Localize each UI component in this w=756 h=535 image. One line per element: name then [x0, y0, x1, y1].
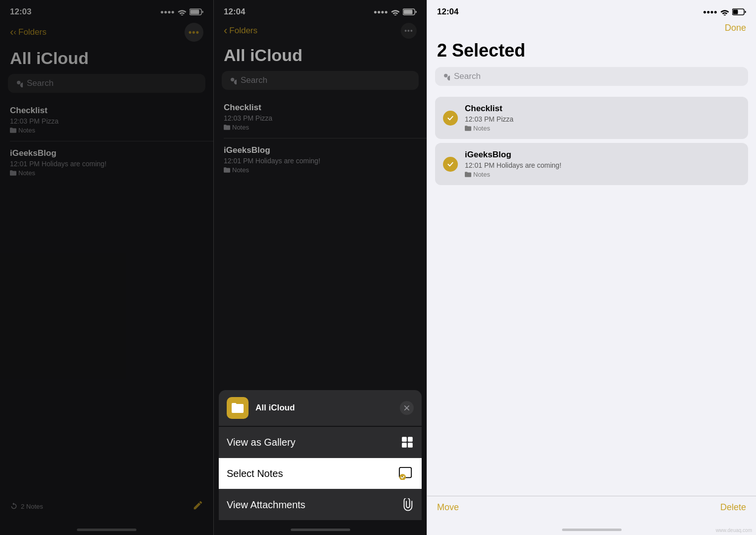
gallery-icon: [401, 436, 414, 449]
modal-items-list: View as Gallery Select Notes: [219, 427, 422, 520]
check-circle-1: [443, 111, 458, 126]
modal-gallery-label: View as Gallery: [227, 437, 296, 448]
page-title-3: 2 Selected: [427, 38, 756, 67]
note-info-checklist-3: Checklist 12:03 PM Pizza Notes: [465, 104, 740, 132]
note-item-igeeksblog-3[interactable]: iGeeksBlog 12:01 PM Holidays are coming!…: [435, 143, 748, 185]
move-button-3[interactable]: Move: [437, 502, 459, 513]
svg-rect-4: [402, 437, 407, 442]
modal-item-select-notes[interactable]: Select Notes: [219, 458, 422, 489]
svg-rect-5: [408, 437, 413, 442]
folder-icon-3b: [465, 172, 471, 177]
done-button-3[interactable]: Done: [725, 23, 746, 33]
modal-item-gallery[interactable]: View as Gallery: [219, 427, 422, 458]
checkmark-icon-2: [446, 160, 454, 168]
status-icons-3: ●●●●: [703, 8, 746, 15]
panel-selected-notes: 12:04 ●●●● Done 2 Selected Search Checkl…: [427, 0, 756, 535]
note-subtitle-3a: 12:03 PM Pizza: [465, 115, 740, 123]
modal-attachments-label: View Attachments: [227, 499, 306, 511]
folder-icon-modal: [232, 403, 244, 413]
modal-close-button[interactable]: [400, 401, 414, 415]
modal-folder-name: All iCloud: [255, 403, 393, 413]
check-circle-2: [443, 157, 458, 172]
svg-rect-11: [733, 10, 738, 14]
select-notes-icon: [399, 467, 414, 480]
modal-folder-icon: [227, 397, 249, 419]
panel-notes-dimmed: 12:03 ●●●● ‹ ‹ Folders ••• All iCloud Se…: [0, 0, 213, 535]
nav-bar-3: Done: [427, 21, 756, 38]
spacer-3: [427, 295, 756, 496]
note-item-checklist-3[interactable]: Checklist 12:03 PM Pizza Notes: [435, 97, 748, 139]
delete-button-3[interactable]: Delete: [720, 502, 746, 513]
battery-icon-3: [732, 8, 746, 15]
note-info-igeeksblog-3: iGeeksBlog 12:01 PM Holidays are coming!…: [465, 150, 740, 178]
svg-rect-6: [402, 443, 407, 448]
note-folder-3b: Notes: [465, 171, 740, 178]
search-icon-3: [442, 72, 450, 80]
home-indicator-3: [562, 529, 622, 531]
note-subtitle-3b: 12:01 PM Holidays are coming!: [465, 161, 740, 169]
time-3: 12:04: [437, 7, 458, 17]
bottom-bar-3: Move Delete: [427, 496, 756, 527]
dim-overlay: [0, 0, 213, 535]
modal-select-label: Select Notes: [227, 468, 283, 479]
note-title-3a: Checklist: [465, 104, 740, 114]
checkmark-icon-1: [446, 114, 454, 122]
watermark: www.deuaq.com: [716, 528, 752, 533]
notes-list-3: Checklist 12:03 PM Pizza Notes iGeeksBlo…: [427, 94, 756, 295]
attachment-icon: [402, 498, 414, 511]
status-bar-3: 12:04 ●●●●: [427, 0, 756, 21]
note-title-3b: iGeeksBlog: [465, 150, 740, 160]
search-bar-3[interactable]: Search: [435, 67, 748, 86]
panel-notes-modal: 12:04 ●●●● ‹ Folders ••• All iCloud Sear…: [213, 0, 427, 535]
note-folder-3a: Notes: [465, 125, 740, 132]
close-icon-modal: [404, 405, 409, 410]
signal-icon-3: ●●●●: [703, 8, 717, 15]
folder-icon-3a: [465, 126, 471, 131]
modal-item-attachments[interactable]: View Attachments: [219, 489, 422, 520]
search-placeholder-3: Search: [454, 71, 481, 81]
svg-rect-7: [408, 443, 413, 448]
wifi-icon-3: [720, 8, 729, 15]
modal-header: All iCloud: [219, 390, 422, 426]
action-sheet-modal: All iCloud View as Gallery Select Notes: [214, 390, 427, 535]
